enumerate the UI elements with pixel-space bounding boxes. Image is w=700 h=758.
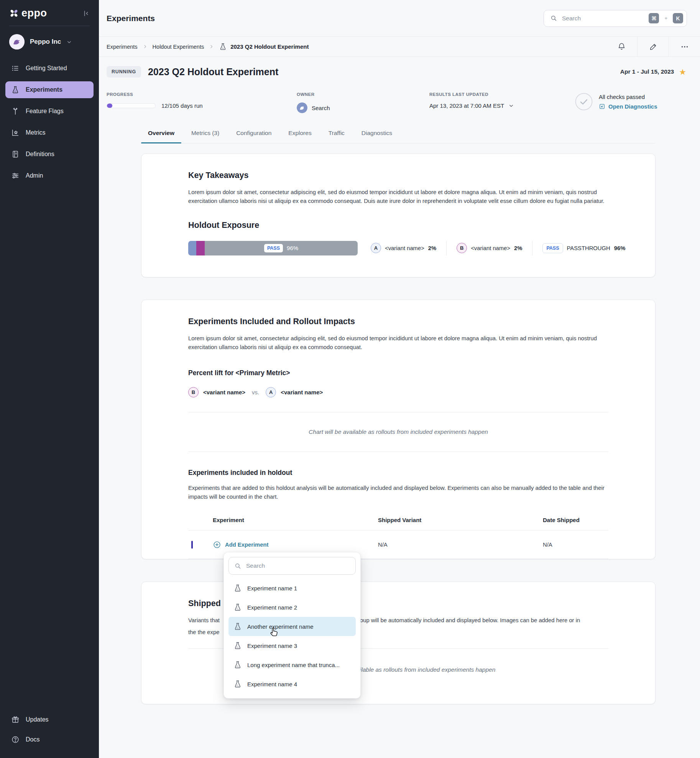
variant-a-badge: A bbox=[266, 387, 276, 397]
sidebar-collapse-icon[interactable] bbox=[82, 10, 90, 17]
status-badge: RUNNING bbox=[107, 66, 141, 77]
chevron-down-icon bbox=[508, 103, 514, 109]
included-experiments-table: Experiment Shipped Variant Date Shipped … bbox=[188, 517, 608, 559]
notifications-button[interactable] bbox=[606, 37, 637, 56]
app-screen: eppo Peppo Inc Getting Started bbox=[0, 0, 700, 758]
tab-label: Overview bbox=[148, 130, 174, 136]
variant-b-badge: B bbox=[457, 243, 467, 253]
open-diagnostics-link[interactable]: Open Diagnostics bbox=[599, 103, 657, 110]
variant-b-badge: B bbox=[188, 387, 199, 397]
exposure-segment-a bbox=[188, 241, 196, 255]
dropdown-item[interactable]: Experiment name 2 bbox=[228, 598, 356, 617]
dropdown-item[interactable]: Another experiment name bbox=[228, 617, 356, 636]
sidebar-footer: Updates Docs bbox=[0, 709, 99, 758]
rollout-impacts-card: Experiments Included and Rollout Impacts… bbox=[141, 300, 656, 560]
shipped-note-fragment: ilable as rollouts from included experim… bbox=[360, 666, 495, 673]
flask-icon bbox=[233, 661, 242, 669]
add-experiment-label: Add Experiment bbox=[225, 542, 268, 548]
variant-b-name: <variant name> bbox=[203, 389, 245, 395]
shipped-variant-cell: N/A bbox=[378, 542, 543, 548]
tab[interactable]: Configuration bbox=[235, 125, 272, 143]
sidebar-item[interactable]: Experiments bbox=[5, 81, 94, 98]
tab[interactable]: Explores bbox=[288, 125, 312, 143]
bell-icon bbox=[617, 42, 626, 51]
sidebar-item-label: Admin bbox=[26, 172, 43, 179]
owner-block: OWNER Search bbox=[297, 92, 429, 113]
column-header-shipped-variant: Shipped Variant bbox=[378, 517, 543, 523]
page-title: Experiments bbox=[107, 14, 155, 23]
column-header-date-shipped: Date Shipped bbox=[543, 517, 608, 523]
date-shipped-cell: N/A bbox=[543, 542, 608, 548]
included-experiments-body: Experiments that are added to this holdo… bbox=[188, 484, 608, 502]
dropdown-item[interactable]: Experiment name 1 bbox=[228, 578, 356, 598]
dropdown-list: Experiment name 1 Experiment name 2 bbox=[228, 578, 356, 694]
date-range-label: Apr 1 - Jul 15, 2023 bbox=[620, 68, 674, 75]
results-dropdown[interactable]: Apr 13, 2023 at 7:00 AM EST bbox=[429, 102, 575, 109]
more-actions-button[interactable] bbox=[669, 37, 700, 56]
rollout-body: Lorem ipsum dolor sit amet, consectetur … bbox=[188, 334, 608, 352]
sliders-icon bbox=[11, 171, 20, 180]
sidebar-item-label: Getting Started bbox=[26, 65, 67, 72]
lift-variant-row: B <variant name> vs. A <variant name> bbox=[188, 387, 608, 397]
add-experiment-button[interactable]: Add Experiment bbox=[213, 540, 378, 549]
results-label: RESULTS LAST UPDATED bbox=[429, 92, 575, 97]
breadcrumb-current: 2023 Q2 Holdout Experiment bbox=[219, 43, 309, 51]
workspace-avatar bbox=[9, 34, 25, 49]
dropdown-item-label: Another experiment name bbox=[247, 623, 314, 630]
open-diagnostics-label: Open Diagnostics bbox=[608, 103, 657, 110]
breadcrumb-link-experiments[interactable]: Experiments bbox=[107, 44, 138, 50]
progress-bar bbox=[107, 103, 156, 108]
dropdown-item-label: Long experiment name that trunca... bbox=[247, 662, 340, 668]
passthrough-value: 96% bbox=[614, 245, 626, 251]
sidebar-item[interactable]: Getting Started bbox=[5, 60, 94, 77]
tab[interactable]: Metrics (3) bbox=[191, 125, 220, 143]
edit-button[interactable] bbox=[637, 37, 669, 56]
workspace-name: Peppo Inc bbox=[30, 38, 61, 46]
dropdown-item[interactable]: Experiment name 3 bbox=[228, 636, 356, 655]
flask-icon bbox=[233, 584, 242, 592]
workspace-switcher[interactable]: Peppo Inc bbox=[0, 26, 99, 58]
sidebar-footer-item[interactable]: Docs bbox=[5, 731, 94, 748]
tab[interactable]: Diagnostics bbox=[361, 125, 393, 143]
dropdown-item[interactable]: Long experiment name that trunca... bbox=[228, 655, 356, 674]
experiment-title: 2023 Q2 Holdout Experiment bbox=[148, 66, 278, 77]
flask-icon bbox=[233, 641, 242, 650]
sidebar-item-label: Feature Flags bbox=[26, 108, 64, 115]
search-icon bbox=[550, 15, 557, 22]
checks-status-text: All checks passed bbox=[599, 94, 645, 100]
dropdown-item[interactable]: Experiment name 4 bbox=[228, 674, 356, 694]
key-takeaways-title: Key Takeaways bbox=[188, 171, 608, 180]
divider bbox=[188, 452, 608, 452]
checks-block: All checks passed Open Diagnostics bbox=[575, 93, 686, 110]
sidebar-item-label: Experiments bbox=[26, 86, 62, 93]
progress-fill bbox=[107, 104, 112, 108]
metrics-icon bbox=[11, 129, 20, 137]
sidebar-item[interactable]: Definitions bbox=[5, 146, 94, 163]
plus-circle-icon bbox=[213, 540, 221, 549]
sidebar-item[interactable]: Metrics bbox=[5, 124, 94, 141]
breadcrumb-link-holdouts[interactable]: Holdout Experiments bbox=[153, 44, 204, 50]
legend-divider bbox=[446, 241, 447, 255]
content-column: Overview Metrics (3) Configuration Explo… bbox=[141, 113, 656, 704]
dropdown-search-input[interactable]: Search bbox=[228, 557, 356, 575]
breadcrumb-current-label: 2023 Q2 Holdout Experiment bbox=[230, 43, 309, 50]
dropdown-item-label: Experiment name 1 bbox=[247, 585, 297, 592]
flask-icon bbox=[233, 622, 242, 631]
chevron-right-icon bbox=[143, 44, 148, 49]
legend-divider bbox=[532, 241, 532, 255]
legend-variant-b: B <variant name> 2% bbox=[457, 243, 522, 253]
sidebar-item[interactable]: Admin bbox=[5, 167, 94, 184]
progress-text: 12/105 days run bbox=[161, 102, 203, 109]
progress-label: PROGRESS bbox=[107, 92, 297, 97]
favorite-star-icon[interactable]: ★ bbox=[679, 68, 686, 76]
shipped-body-fragment: oup will be automatically included and d… bbox=[360, 616, 580, 625]
sidebar-footer-item[interactable]: Updates bbox=[5, 711, 94, 728]
shipped-variants-card: Shipped Variants that oup will be automa… bbox=[141, 582, 656, 704]
key-takeaways-body: Lorem ipsum dolor sit amet, consectetur … bbox=[188, 188, 608, 206]
global-search-input[interactable]: Search ⌘ + K bbox=[544, 10, 687, 27]
exposure-segment-b bbox=[196, 241, 205, 255]
flask-icon bbox=[219, 43, 227, 51]
tab[interactable]: Overview bbox=[147, 125, 175, 143]
sidebar-item[interactable]: Feature Flags bbox=[5, 103, 94, 120]
tab[interactable]: Traffic bbox=[328, 125, 345, 143]
